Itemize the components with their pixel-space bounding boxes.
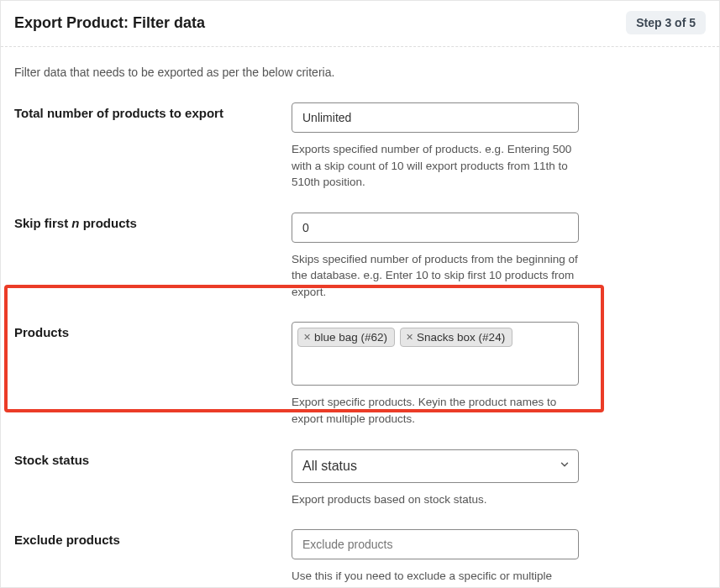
field-stock-status: Stock status All status Export products … bbox=[14, 449, 706, 508]
exclude-products-input[interactable] bbox=[292, 529, 579, 559]
products-tags-input[interactable]: ✕ blue bag (#62) ✕ Snacks box (#24) bbox=[292, 322, 579, 386]
skip-label-post: products bbox=[80, 216, 137, 230]
chevron-down-icon bbox=[559, 459, 570, 474]
page-title: Export Product: Filter data bbox=[14, 14, 205, 32]
products-label: Products bbox=[14, 322, 292, 339]
remove-tag-icon[interactable]: ✕ bbox=[303, 332, 311, 343]
stock-status-label: Stock status bbox=[14, 449, 292, 467]
remove-tag-icon[interactable]: ✕ bbox=[406, 332, 413, 343]
exclude-products-help: Use this if you need to exclude a specif… bbox=[292, 568, 579, 588]
total-products-input[interactable] bbox=[292, 102, 579, 133]
stock-status-select[interactable]: All status bbox=[292, 449, 579, 483]
skip-products-label: Skip first n products bbox=[14, 213, 292, 230]
content-area: Filter data that needs to be exported as… bbox=[1, 47, 719, 588]
product-tag[interactable]: ✕ Snacks box (#24) bbox=[400, 328, 512, 347]
product-tag-label: blue bag (#62) bbox=[314, 331, 387, 344]
field-exclude-products: Exclude products Use this if you need to… bbox=[14, 529, 706, 588]
product-tag[interactable]: ✕ blue bag (#62) bbox=[297, 328, 395, 347]
field-skip-products: Skip first n products Skips specified nu… bbox=[14, 213, 706, 301]
field-products: Products ✕ blue bag (#62) ✕ Snacks box (… bbox=[14, 322, 706, 427]
stock-status-help: Export products based on stock status. bbox=[292, 491, 579, 508]
step-indicator-badge: Step 3 of 5 bbox=[626, 11, 706, 34]
export-product-filter-page: Export Product: Filter data Step 3 of 5 … bbox=[0, 0, 720, 588]
skip-label-pre: Skip first bbox=[14, 216, 71, 230]
skip-products-input[interactable] bbox=[292, 213, 579, 243]
stock-status-value: All status bbox=[302, 459, 357, 474]
skip-products-help: Skips specified number of products from … bbox=[292, 251, 579, 301]
field-total-products: Total number of products to export Expor… bbox=[14, 102, 706, 191]
skip-label-n: n bbox=[71, 216, 79, 230]
page-header: Export Product: Filter data Step 3 of 5 bbox=[1, 1, 719, 47]
total-products-label: Total number of products to export bbox=[14, 102, 292, 120]
product-tag-label: Snacks box (#24) bbox=[417, 331, 505, 344]
exclude-products-label: Exclude products bbox=[14, 529, 292, 547]
total-products-help: Exports specified number of products. e.… bbox=[292, 141, 579, 191]
intro-text: Filter data that needs to be exported as… bbox=[14, 66, 706, 79]
products-help: Export specific products. Keyin the prod… bbox=[292, 394, 579, 427]
